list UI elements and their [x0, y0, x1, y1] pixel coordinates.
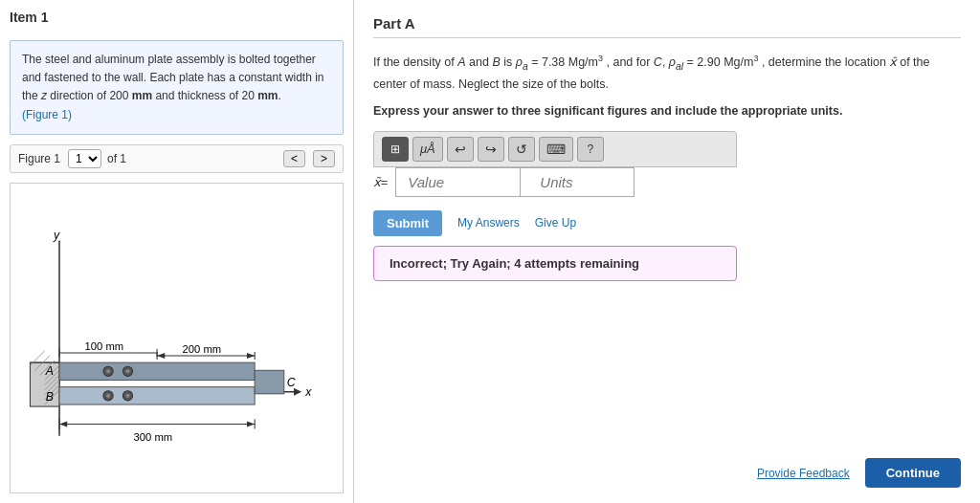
- svg-text:y: y: [53, 228, 60, 241]
- undo-button[interactable]: ↩: [447, 137, 474, 162]
- svg-text:200 mm: 200 mm: [183, 343, 222, 355]
- matrix-icon: ⊞: [390, 142, 400, 156]
- submit-button[interactable]: Submit: [373, 210, 442, 236]
- figure-label: Figure 1: [18, 152, 60, 165]
- problem-text-box: The steel and aluminum plate assembly is…: [10, 40, 344, 135]
- redo-button[interactable]: ↪: [478, 137, 504, 162]
- matrix-button[interactable]: ⊞: [382, 137, 409, 162]
- x-bar-label: x̄ =: [373, 175, 388, 189]
- left-panel: Item 1 The steel and aluminum plate asse…: [0, 0, 354, 503]
- svg-point-25: [125, 369, 129, 373]
- value-input[interactable]: [395, 167, 520, 197]
- figure-link[interactable]: (Figure 1): [22, 108, 72, 121]
- bold-instruction: Express your answer to three significant…: [373, 101, 961, 121]
- keyboard-icon: ⌨: [546, 142, 566, 157]
- help-icon: ?: [587, 142, 593, 156]
- part-title: Part A: [373, 15, 961, 38]
- svg-point-23: [106, 369, 110, 373]
- units-input[interactable]: [520, 167, 635, 197]
- answer-row: x̄ =: [373, 167, 737, 197]
- feedback-box: Incorrect; Try Again; 4 attempts remaini…: [373, 246, 737, 281]
- provide-feedback-button[interactable]: Provide Feedback: [757, 467, 850, 480]
- svg-rect-20: [255, 370, 284, 393]
- svg-marker-37: [157, 353, 165, 359]
- greek-button[interactable]: μÅ: [412, 137, 443, 162]
- svg-rect-18: [59, 386, 255, 404]
- svg-text:A: A: [45, 364, 54, 378]
- help-button[interactable]: ?: [577, 137, 604, 162]
- refresh-icon: ↺: [516, 142, 527, 157]
- problem-text: The steel and aluminum plate assembly is…: [22, 53, 324, 121]
- keyboard-button[interactable]: ⌨: [539, 137, 573, 162]
- svg-text:300 mm: 300 mm: [134, 431, 173, 443]
- question-line1: If the density of A and B is ρa = 7.38 M…: [373, 55, 929, 91]
- bottom-row: Provide Feedback Continue: [373, 450, 961, 488]
- answer-toolbar: ⊞ μÅ ↩ ↪ ↺ ⌨ ?: [373, 131, 737, 167]
- figure-nav: Figure 1 1 of 1 < >: [10, 144, 344, 173]
- figure-select[interactable]: 1: [68, 149, 101, 168]
- figure-canvas: x y A B C: [10, 183, 344, 493]
- figure-of: of 1: [107, 152, 126, 165]
- svg-marker-43: [59, 421, 67, 426]
- refresh-button[interactable]: ↺: [508, 137, 535, 162]
- redo-icon: ↪: [485, 142, 497, 157]
- figure-svg: x y A B C: [11, 184, 343, 492]
- question-text: If the density of A and B is ρa = 7.38 M…: [373, 52, 961, 121]
- svg-point-29: [125, 394, 129, 398]
- svg-point-27: [106, 394, 110, 398]
- svg-text:100 mm: 100 mm: [85, 340, 124, 352]
- svg-marker-2: [294, 387, 301, 395]
- submit-row: Submit My Answers Give Up: [373, 210, 961, 236]
- prev-figure-button[interactable]: <: [283, 150, 305, 167]
- my-answers-link[interactable]: My Answers: [457, 216, 520, 230]
- right-panel: Part A If the density of A and B is ρa =…: [354, 0, 980, 503]
- svg-text:B: B: [46, 390, 54, 404]
- svg-text:C: C: [287, 375, 296, 388]
- svg-marker-38: [247, 353, 255, 359]
- undo-icon: ↩: [455, 142, 466, 157]
- svg-text:x: x: [304, 385, 312, 399]
- item-title: Item 1: [10, 10, 344, 25]
- svg-rect-16: [59, 362, 255, 380]
- continue-button[interactable]: Continue: [865, 458, 961, 488]
- next-figure-button[interactable]: >: [313, 150, 335, 167]
- greek-icon: μÅ: [420, 142, 435, 156]
- give-up-link[interactable]: Give Up: [535, 216, 576, 230]
- svg-marker-44: [247, 421, 255, 426]
